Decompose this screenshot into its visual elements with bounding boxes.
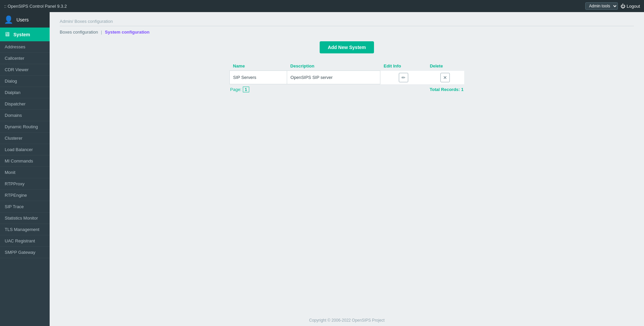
content: Admin/ Boxes configuration Boxes configu… bbox=[50, 12, 644, 326]
edit-button[interactable]: ✏ bbox=[399, 73, 408, 82]
sidebar-item-dispatcher[interactable]: Dispatcher bbox=[0, 98, 50, 110]
add-new-system-button[interactable]: Add New System bbox=[320, 41, 374, 53]
pagination-row: Page: 1 Total Records: 1 bbox=[229, 87, 464, 92]
power-icon: ⏻ bbox=[621, 3, 625, 9]
breadcrumb-link-boxes[interactable]: Boxes configuration bbox=[60, 30, 98, 35]
main-layout: 👤 Users 🖥 System AddressesCallcenterCDR … bbox=[0, 12, 644, 326]
table-row: SIP ServersOpenSIPS SIP server✏✕ bbox=[230, 71, 464, 84]
logout-label: Logout bbox=[627, 4, 640, 9]
sidebar-item-statistics-monitor[interactable]: Statistics Monitor bbox=[0, 213, 50, 224]
page-label: Page: bbox=[230, 87, 241, 92]
logout-button[interactable]: ⏻ Logout bbox=[621, 3, 640, 9]
sidebar-item-uac-registrant[interactable]: UAC Registrant bbox=[0, 235, 50, 247]
col-name: Name bbox=[230, 61, 287, 71]
current-page: 1 bbox=[243, 87, 249, 92]
footer: Copyright © 2006-2022 OpenSIPS Project bbox=[50, 315, 644, 326]
system-icon: 🖥 bbox=[4, 31, 10, 38]
cell-delete: ✕ bbox=[426, 71, 464, 84]
sidebar-item-rtpengine[interactable]: RTPEngine bbox=[0, 190, 50, 201]
sidebar-item-system[interactable]: 🖥 System bbox=[0, 28, 50, 41]
col-edit-info: Edit Info bbox=[380, 61, 427, 71]
total-records: Total Records: 1 bbox=[430, 87, 464, 92]
cell-name: SIP Servers bbox=[230, 71, 287, 84]
table-container: Name Description Edit Info Delete SIP Se… bbox=[229, 61, 464, 92]
sidebar-item-mi-commands[interactable]: MI Commands bbox=[0, 155, 50, 167]
sidebar-item-users[interactable]: 👤 Users bbox=[0, 12, 50, 28]
breadcrumb-section: Admin/ Boxes configuration Boxes configu… bbox=[60, 19, 634, 35]
sidebar-item-load-balancer[interactable]: Load Balancer bbox=[0, 144, 50, 155]
breadcrumb-active: System configuration bbox=[105, 30, 150, 35]
admin-tools-select[interactable]: Admin tools bbox=[585, 2, 618, 10]
copyright: Copyright © 2006-2022 OpenSIPS Project bbox=[309, 318, 385, 323]
breadcrumb-links: Boxes configuration | System configurati… bbox=[60, 30, 634, 35]
breadcrumb-path: Admin/ Boxes configuration bbox=[60, 19, 634, 24]
sidebar-item-domains[interactable]: Domains bbox=[0, 110, 50, 121]
sidebar-nav: AddressesCallcenterCDR ViewerDialogDialp… bbox=[0, 41, 50, 258]
table-header: Name Description Edit Info Delete bbox=[230, 61, 464, 71]
cell-edit: ✏ bbox=[380, 71, 427, 84]
content-inner: Admin/ Boxes configuration Boxes configu… bbox=[50, 12, 644, 315]
add-btn-container: Add New System bbox=[60, 41, 634, 53]
sidebar-item-monit[interactable]: Monit bbox=[0, 167, 50, 178]
delete-button[interactable]: ✕ bbox=[440, 73, 450, 82]
col-delete: Delete bbox=[426, 61, 464, 71]
sidebar-item-clusterer[interactable]: Clusterer bbox=[0, 133, 50, 144]
system-label: System bbox=[13, 32, 30, 37]
app-title: :: OpenSIPS Control Panel 9.3.2 bbox=[4, 4, 67, 9]
sidebar-item-smpp-gateway[interactable]: SMPP Gateway bbox=[0, 247, 50, 258]
topbar-right: Admin tools ⏻ Logout bbox=[585, 2, 640, 10]
sidebar-item-sip-trace[interactable]: SIP Trace bbox=[0, 201, 50, 213]
sidebar-item-cdr-viewer[interactable]: CDR Viewer bbox=[0, 64, 50, 76]
sidebar: 👤 Users 🖥 System AddressesCallcenterCDR … bbox=[0, 12, 50, 326]
sidebar-item-tls-management[interactable]: TLS Management bbox=[0, 224, 50, 235]
users-label: Users bbox=[16, 17, 29, 22]
sidebar-item-addresses[interactable]: Addresses bbox=[0, 41, 50, 53]
systems-table: Name Description Edit Info Delete SIP Se… bbox=[229, 61, 464, 84]
table-header-row: Name Description Edit Info Delete bbox=[230, 61, 464, 71]
breadcrumb-separator: | bbox=[101, 30, 102, 35]
sidebar-item-dialplan[interactable]: Dialplan bbox=[0, 87, 50, 98]
topbar: :: OpenSIPS Control Panel 9.3.2 Admin to… bbox=[0, 0, 644, 12]
col-description: Description bbox=[287, 61, 380, 71]
page-info: Page: 1 bbox=[230, 87, 249, 92]
users-icon: 👤 bbox=[4, 15, 13, 24]
sidebar-item-dynamic-routing[interactable]: Dynamic Routing bbox=[0, 121, 50, 133]
sidebar-item-rtpproxy[interactable]: RTPProxy bbox=[0, 178, 50, 190]
sidebar-item-callcenter[interactable]: Callcenter bbox=[0, 53, 50, 64]
cell-description: OpenSIPS SIP server bbox=[287, 71, 380, 84]
breadcrumb-divider bbox=[60, 26, 634, 26]
sidebar-item-dialog[interactable]: Dialog bbox=[0, 76, 50, 87]
table-body: SIP ServersOpenSIPS SIP server✏✕ bbox=[230, 71, 464, 84]
